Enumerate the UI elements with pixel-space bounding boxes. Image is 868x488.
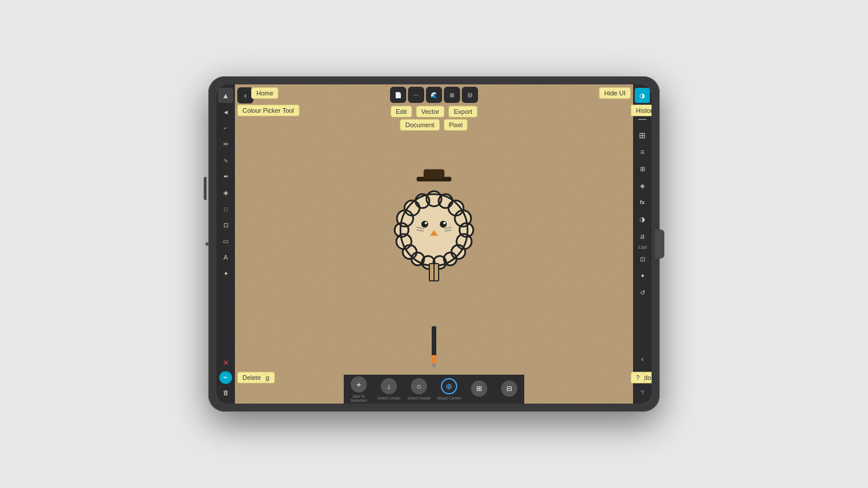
select-inside-tool[interactable]: ○ Select Inside	[404, 375, 434, 404]
side-button	[204, 177, 207, 200]
size-label-1: 1.6pt	[637, 105, 648, 109]
doc-icon-btn[interactable]: 📄	[390, 87, 406, 103]
rectangle-tool-tooltip[interactable]: Rectangle Tool	[237, 105, 290, 116]
left-toolbar: ▲ ◂ ⌐ ✏ ∿ ✒ ◈ □ ⊡ ▭ A ✦ ✕ ✏ 🗑	[216, 84, 235, 404]
history-studio-icon[interactable]: ↺	[635, 285, 650, 300]
colour-picker-tool-icon[interactable]: ✦	[218, 266, 233, 281]
svg-rect-50	[432, 355, 436, 364]
collapse-icon: ⊟	[501, 380, 517, 397]
layer-fx-studio-icon[interactable]: fx	[635, 195, 650, 210]
nav-prev-icon[interactable]: ‹	[635, 352, 650, 367]
snap-btn[interactable]: ⊟	[462, 87, 478, 103]
transparency-tool-icon[interactable]: □	[218, 201, 233, 216]
size-label-2: 12pt	[638, 245, 647, 250]
grid-btn[interactable]: ⊞	[444, 87, 460, 103]
transparency-tool-tooltip[interactable]: Transparency Tool	[237, 105, 300, 116]
ipad-screen: ▲ ◂ ⌐ ✏ ∿ ✒ ◈ □ ⊡ ▭ A ✦ ✕ ✏ 🗑 ◑ 1.6pt	[216, 84, 652, 404]
help-icon[interactable]: ?	[635, 385, 650, 400]
corner-tool-icon[interactable]: ⌐	[218, 120, 233, 135]
corner-tool-tooltip[interactable]: Corner Tool	[237, 105, 281, 116]
select-under-label: Select Under	[377, 396, 400, 400]
svg-point-40	[425, 222, 427, 224]
export-tooltip[interactable]: Export	[448, 106, 477, 117]
edit-tooltip[interactable]: Edit	[391, 106, 412, 117]
nav-next-icon[interactable]: ›	[635, 368, 650, 383]
fill-tool-icon[interactable]: ◈	[218, 185, 233, 200]
rectangle-tool-icon[interactable]: ▭	[218, 234, 233, 249]
pen-tool-icon[interactable]: ✒	[218, 169, 233, 184]
owl-artwork	[376, 167, 492, 308]
select-under-icon: ↓	[381, 378, 397, 394]
svg-rect-47	[429, 264, 434, 281]
vector-tooltip[interactable]: Vector	[416, 106, 444, 117]
pencil-cursor	[427, 326, 441, 375]
move-tool-tooltip[interactable]: Move Tool	[237, 105, 277, 116]
dot-indicator	[205, 242, 209, 246]
add-to-selection-tool[interactable]: + Add To Selection	[344, 375, 374, 404]
colour-picker-tool-tooltip[interactable]: Colour Picker Tool	[237, 105, 299, 116]
about-centre-label: About Centre	[437, 396, 461, 400]
svg-marker-51	[432, 364, 436, 369]
close-icon[interactable]: ✕	[218, 355, 233, 370]
home-button[interactable]	[655, 230, 664, 258]
navigator-studio-icon[interactable]: ✦	[635, 268, 650, 283]
view-mode-btn[interactable]: 🌊	[426, 87, 442, 103]
node-tool-icon[interactable]: ◂	[218, 104, 233, 119]
select-inside-label: Select Inside	[407, 396, 431, 400]
vector-brush-tool-icon[interactable]: ∿	[218, 153, 233, 168]
pen-tool-tooltip[interactable]: Pen Tool	[237, 105, 273, 116]
expand-icon: ⊞	[471, 380, 487, 397]
move-tool-icon[interactable]: ▲	[218, 88, 233, 103]
layers-studio-icon[interactable]: ≡	[635, 145, 650, 160]
top-center-toolbar: 📄 ··· 🌊 ⊞ ⊟ Edit Vector Export Document …	[389, 87, 479, 131]
vector-crop-tool-tooltip[interactable]: Vector Crop Tool	[237, 105, 295, 116]
artistic-text-tool-tooltip[interactable]: Artistic Text Tool	[237, 105, 293, 116]
stroke-studio-icon[interactable]: —	[635, 111, 650, 126]
more-btn[interactable]: ···	[408, 87, 424, 103]
svg-rect-48	[434, 264, 439, 281]
hide-ui-button[interactable]: Hide UI	[599, 87, 631, 99]
svg-point-41	[443, 222, 446, 224]
pixel-tooltip[interactable]: Pixel	[444, 119, 468, 131]
back-button[interactable]: ‹	[237, 87, 253, 103]
text-studio-icon[interactable]: a	[635, 228, 650, 243]
assets-studio-icon[interactable]: ⊞	[635, 161, 650, 176]
vector-crop-tool-icon[interactable]: ⊡	[218, 217, 233, 232]
symbols-studio-icon[interactable]: ◈	[635, 178, 650, 193]
add-to-selection-label: Add To Selection	[344, 394, 374, 402]
collapse-tool[interactable]: ⊟	[494, 375, 524, 404]
canvas-area: ▲ ◂ ⌐ ✏ ∿ ✒ ◈ □ ⊡ ▭ A ✦ ✕ ✏ 🗑 ◑ 1.6pt	[216, 84, 652, 404]
node-tool-tooltip[interactable]: Node Tool	[237, 105, 276, 116]
right-toolbar: ◑ 1.6pt — ⊞ ≡ ⊞ ◈ fx ◑ a 12pt ⊡ ✦ ↺ ‹ › …	[633, 84, 652, 404]
fill-tool-tooltip[interactable]: Fill Tool	[237, 105, 269, 116]
active-tool-icon[interactable]: ✏	[219, 371, 232, 384]
svg-point-38	[421, 221, 428, 228]
artistic-text-tool-icon[interactable]: A	[218, 250, 233, 265]
ipad-frame: ▲ ◂ ⌐ ✏ ∿ ✒ ◈ □ ⊡ ▭ A ✦ ✕ ✏ 🗑 ◑ 1.6pt	[208, 76, 660, 412]
bottom-toolbar: + Add To Selection ↓ Select Under ○ Sele…	[235, 375, 633, 404]
add-to-selection-icon: +	[351, 376, 367, 393]
delete-icon[interactable]: 🗑	[218, 385, 233, 400]
about-centre-icon: ⊕	[441, 378, 457, 394]
pencil-tool-tooltip[interactable]: Pencil Tool	[237, 105, 278, 116]
expand-tool[interactable]: ⊞	[464, 375, 494, 404]
adjustments-studio-icon[interactable]: ◑	[635, 212, 650, 227]
svg-rect-49	[432, 326, 436, 358]
select-under-tool[interactable]: ↓ Select Under	[374, 375, 404, 404]
svg-rect-1	[424, 169, 444, 179]
pencil-tool-icon[interactable]: ✏	[218, 136, 233, 151]
transform-studio-icon[interactable]: ⊡	[635, 252, 650, 267]
home-tooltip[interactable]: Home	[251, 87, 278, 99]
brushes-studio-icon[interactable]: ⊞	[635, 128, 650, 143]
colour-studio-icon[interactable]: ◑	[635, 88, 650, 103]
document-tooltip[interactable]: Document	[400, 119, 440, 131]
vector-brush-tool-tooltip[interactable]: Vector Brush Tool	[237, 105, 297, 116]
svg-point-39	[440, 221, 447, 228]
select-inside-icon: ○	[411, 378, 427, 394]
about-centre-tool[interactable]: ⊕ About Centre	[434, 375, 464, 404]
